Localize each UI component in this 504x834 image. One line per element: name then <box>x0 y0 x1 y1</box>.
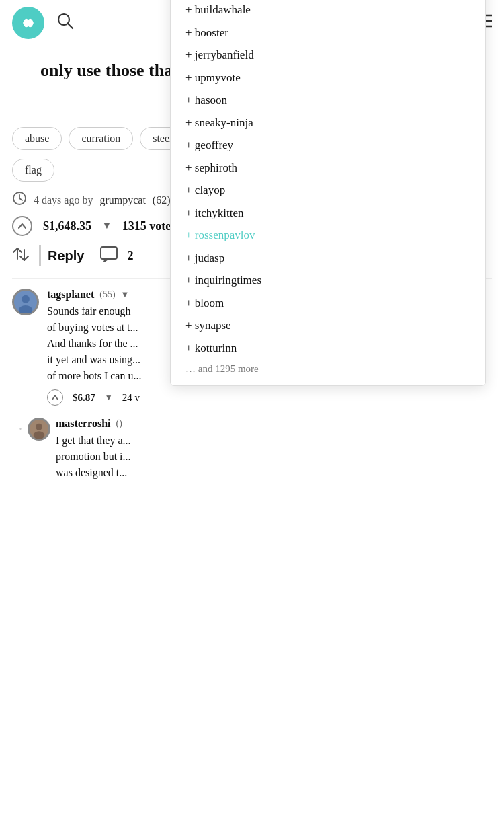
time-ago: 4 days ago by <box>34 194 93 206</box>
svg-rect-14 <box>101 247 117 259</box>
tagsplanet-dropdown[interactable]: ▼ <box>121 289 130 300</box>
comment-masterroshi: · masterroshi () I get that they a... pr… <box>19 418 492 481</box>
masterroshi-body: masterroshi () I get that they a... prom… <box>56 418 492 481</box>
tagsplanet-price-arrow[interactable]: ▼ <box>105 393 113 403</box>
vote-item-clayop: + clayop <box>185 179 470 202</box>
masterroshi-author[interactable]: masterroshi <box>56 418 110 430</box>
vote-item-sneaky-ninja: + sneaky-ninja <box>185 112 470 135</box>
more-votes-label: … and 1295 more <box>185 363 470 375</box>
reply-button[interactable]: Reply <box>39 245 91 266</box>
post-price: $1,648.35 <box>43 219 91 233</box>
price-dropdown-arrow[interactable]: ▼ <box>102 221 112 231</box>
vote-item-jerrybanfield: + jerrybanfield <box>185 44 470 67</box>
masterroshi-avatar[interactable] <box>28 418 50 441</box>
tagsplanet-votes: 24 v <box>122 392 140 404</box>
author-name[interactable]: grumpycat <box>99 194 145 206</box>
search-icon[interactable] <box>56 12 74 34</box>
masterroshi-rep: () <box>116 418 122 429</box>
tag-abuse[interactable]: abuse <box>12 127 62 150</box>
tagsplanet-upvote[interactable] <box>47 389 63 406</box>
vote-item-booster: + booster <box>185 22 470 44</box>
vote-item-geoffrey: + geoffrey <box>185 134 470 157</box>
comment-icon <box>100 246 118 266</box>
comment-count: 2 <box>127 249 133 263</box>
masterroshi-author-row: masterroshi () <box>56 418 492 430</box>
tagsplanet-price: $6.87 <box>73 392 95 404</box>
votes-dropdown: + appreciator + upme + postpromoter + gr… <box>170 0 486 386</box>
vote-item-rossenpavlov: + rossenpavlov <box>185 224 470 247</box>
tagsplanet-meta-row: $6.87 ▼ 24 v <box>47 389 492 406</box>
tagsplanet-rep: (55) <box>99 289 115 300</box>
upvote-button[interactable] <box>12 216 32 236</box>
masterroshi-text: I get that they a... promotion but i... … <box>56 432 492 481</box>
vote-item-itchykitten: + itchykitten <box>185 202 470 225</box>
tagsplanet-avatar[interactable] <box>12 289 39 315</box>
svg-line-2 <box>68 24 73 28</box>
header-left <box>12 7 74 39</box>
tagsplanet-author[interactable]: tagsplanet <box>47 289 94 301</box>
dot-marker: · <box>19 422 22 481</box>
main-content: only use those that have 3.5 day or less… <box>0 46 504 481</box>
vote-item-hasoon: + hasoon <box>185 89 470 112</box>
vote-item-synapse: + synapse <box>185 314 470 337</box>
vote-item-sephiroth: + sephiroth <box>185 157 470 180</box>
vote-item-inquiringtimes: + inquiringtimes <box>185 269 470 292</box>
vote-item-kotturinn: + kotturinn <box>185 337 470 360</box>
actions-row: Reply 2 + appreciator + upme + postpromo… <box>12 245 492 266</box>
svg-point-16 <box>22 295 30 303</box>
votes-count: 1315 votes <box>122 219 176 233</box>
vote-item-upmyvote: + upmyvote <box>185 67 470 89</box>
tag-flag[interactable]: flag <box>12 159 54 182</box>
logo[interactable] <box>12 7 44 39</box>
vote-item-bloom: + bloom <box>185 292 470 315</box>
svg-point-19 <box>36 424 42 430</box>
vote-item-buildawhale: + buildawhale <box>185 0 470 22</box>
retweet-icon[interactable] <box>12 247 30 265</box>
vote-item-judasp: + judasp <box>185 247 470 270</box>
svg-line-11 <box>19 198 22 200</box>
clock-icon <box>12 191 27 209</box>
tag-curration[interactable]: curration <box>69 127 133 150</box>
author-rep: (62) <box>153 194 171 206</box>
